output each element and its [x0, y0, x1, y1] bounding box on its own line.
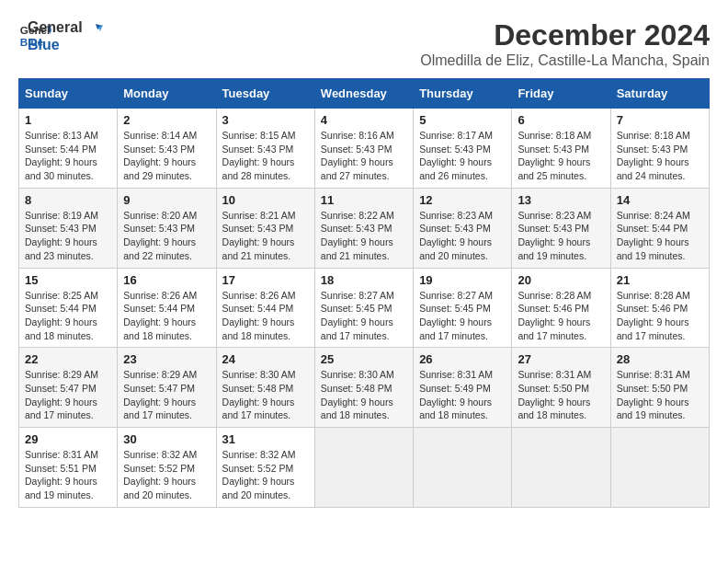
header-tuesday: Tuesday: [216, 79, 314, 109]
day-info: Sunrise: 8:29 AMSunset: 5:47 PMDaylight:…: [25, 368, 111, 422]
day-info: Sunrise: 8:24 AMSunset: 5:44 PMDaylight:…: [617, 209, 703, 263]
calendar-week-row: 1Sunrise: 8:13 AMSunset: 5:44 PMDaylight…: [19, 109, 710, 189]
title-section: December 2024 Olmedilla de Eliz, Castill…: [420, 18, 710, 69]
day-number: 28: [617, 352, 703, 366]
day-info: Sunrise: 8:28 AMSunset: 5:46 PMDaylight:…: [617, 289, 703, 343]
table-row: 11Sunrise: 8:22 AMSunset: 5:43 PMDayligh…: [314, 188, 413, 268]
calendar-header-row: Sunday Monday Tuesday Wednesday Thursday…: [19, 79, 710, 109]
day-number: 18: [321, 273, 407, 287]
day-number: 23: [123, 352, 210, 366]
day-info: Sunrise: 8:32 AMSunset: 5:52 PMDaylight:…: [123, 448, 210, 502]
header-saturday: Saturday: [610, 79, 709, 109]
logo-general: General: [28, 18, 103, 36]
table-row: 1Sunrise: 8:13 AMSunset: 5:44 PMDaylight…: [19, 109, 118, 189]
table-row: 10Sunrise: 8:21 AMSunset: 5:43 PMDayligh…: [216, 188, 314, 268]
table-row: 16Sunrise: 8:26 AMSunset: 5:44 PMDayligh…: [118, 268, 216, 348]
table-row: 21Sunrise: 8:28 AMSunset: 5:46 PMDayligh…: [610, 268, 709, 348]
table-row: 7Sunrise: 8:18 AMSunset: 5:43 PMDaylight…: [610, 109, 709, 189]
table-row: 29Sunrise: 8:31 AMSunset: 5:51 PMDayligh…: [19, 428, 118, 508]
day-number: 27: [518, 352, 604, 366]
day-info: Sunrise: 8:30 AMSunset: 5:48 PMDaylight:…: [321, 368, 407, 422]
day-number: 26: [419, 352, 506, 366]
header-monday: Monday: [118, 79, 216, 109]
header-sunday: Sunday: [19, 79, 118, 109]
table-row: 18Sunrise: 8:27 AMSunset: 5:45 PMDayligh…: [314, 268, 413, 348]
day-number: 24: [222, 352, 309, 366]
day-info: Sunrise: 8:31 AMSunset: 5:49 PMDaylight:…: [419, 368, 506, 422]
table-row: 31Sunrise: 8:32 AMSunset: 5:52 PMDayligh…: [216, 428, 314, 508]
day-info: Sunrise: 8:26 AMSunset: 5:44 PMDaylight:…: [123, 289, 210, 343]
table-row: 27Sunrise: 8:31 AMSunset: 5:50 PMDayligh…: [512, 348, 610, 428]
table-row: 14Sunrise: 8:24 AMSunset: 5:44 PMDayligh…: [610, 188, 709, 268]
table-row: 8Sunrise: 8:19 AMSunset: 5:43 PMDaylight…: [19, 188, 118, 268]
day-info: Sunrise: 8:27 AMSunset: 5:45 PMDaylight:…: [419, 289, 506, 343]
day-number: 30: [123, 432, 210, 446]
day-info: Sunrise: 8:27 AMSunset: 5:45 PMDaylight:…: [321, 289, 407, 343]
day-number: 3: [222, 113, 309, 127]
table-row: 19Sunrise: 8:27 AMSunset: 5:45 PMDayligh…: [414, 268, 512, 348]
day-info: Sunrise: 8:22 AMSunset: 5:43 PMDaylight:…: [321, 209, 407, 263]
day-info: Sunrise: 8:15 AMSunset: 5:43 PMDaylight:…: [222, 129, 309, 183]
day-info: Sunrise: 8:31 AMSunset: 5:50 PMDaylight:…: [518, 368, 604, 422]
day-info: Sunrise: 8:31 AMSunset: 5:51 PMDaylight:…: [25, 448, 111, 502]
calendar-table: Sunday Monday Tuesday Wednesday Thursday…: [18, 78, 710, 508]
table-row: 28Sunrise: 8:31 AMSunset: 5:50 PMDayligh…: [610, 348, 709, 428]
table-row: [610, 428, 709, 508]
day-info: Sunrise: 8:25 AMSunset: 5:44 PMDaylight:…: [25, 289, 111, 343]
day-info: Sunrise: 8:18 AMSunset: 5:43 PMDaylight:…: [518, 129, 604, 183]
table-row: 26Sunrise: 8:31 AMSunset: 5:49 PMDayligh…: [414, 348, 512, 428]
table-row: 9Sunrise: 8:20 AMSunset: 5:43 PMDaylight…: [118, 188, 216, 268]
calendar-week-row: 8Sunrise: 8:19 AMSunset: 5:43 PMDaylight…: [19, 188, 710, 268]
day-number: 25: [321, 352, 407, 366]
day-number: 16: [123, 273, 210, 287]
day-info: Sunrise: 8:14 AMSunset: 5:43 PMDaylight:…: [123, 129, 210, 183]
day-info: Sunrise: 8:32 AMSunset: 5:52 PMDaylight:…: [222, 448, 309, 502]
day-number: 4: [321, 113, 407, 127]
table-row: 30Sunrise: 8:32 AMSunset: 5:52 PMDayligh…: [118, 428, 216, 508]
calendar-week-row: 29Sunrise: 8:31 AMSunset: 5:51 PMDayligh…: [19, 428, 710, 508]
day-info: Sunrise: 8:30 AMSunset: 5:48 PMDaylight:…: [222, 368, 309, 422]
day-number: 17: [222, 273, 309, 287]
calendar-week-row: 15Sunrise: 8:25 AMSunset: 5:44 PMDayligh…: [19, 268, 710, 348]
day-info: Sunrise: 8:26 AMSunset: 5:44 PMDaylight:…: [222, 289, 309, 343]
table-row: [512, 428, 610, 508]
table-row: 20Sunrise: 8:28 AMSunset: 5:46 PMDayligh…: [512, 268, 610, 348]
logo-bird-icon: [86, 22, 103, 35]
day-number: 10: [222, 193, 309, 207]
day-info: Sunrise: 8:28 AMSunset: 5:46 PMDaylight:…: [518, 289, 604, 343]
header-thursday: Thursday: [414, 79, 512, 109]
table-row: 6Sunrise: 8:18 AMSunset: 5:43 PMDaylight…: [512, 109, 610, 189]
day-number: 6: [518, 113, 604, 127]
day-number: 11: [321, 193, 407, 207]
day-number: 31: [222, 432, 309, 446]
table-row: 13Sunrise: 8:23 AMSunset: 5:43 PMDayligh…: [512, 188, 610, 268]
day-info: Sunrise: 8:23 AMSunset: 5:43 PMDaylight:…: [518, 209, 604, 263]
table-row: 2Sunrise: 8:14 AMSunset: 5:43 PMDaylight…: [118, 109, 216, 189]
table-row: 15Sunrise: 8:25 AMSunset: 5:44 PMDayligh…: [19, 268, 118, 348]
day-number: 29: [25, 432, 111, 446]
day-info: Sunrise: 8:21 AMSunset: 5:43 PMDaylight:…: [222, 209, 309, 263]
day-number: 12: [419, 193, 506, 207]
day-number: 9: [123, 193, 210, 207]
page-header: General Blue General Blue December 2024 …: [18, 18, 710, 69]
day-info: Sunrise: 8:17 AMSunset: 5:43 PMDaylight:…: [419, 129, 506, 183]
day-number: 8: [25, 193, 111, 207]
table-row: 5Sunrise: 8:17 AMSunset: 5:43 PMDaylight…: [414, 109, 512, 189]
day-info: Sunrise: 8:31 AMSunset: 5:50 PMDaylight:…: [617, 368, 703, 422]
table-row: 23Sunrise: 8:29 AMSunset: 5:47 PMDayligh…: [118, 348, 216, 428]
table-row: 24Sunrise: 8:30 AMSunset: 5:48 PMDayligh…: [216, 348, 314, 428]
header-friday: Friday: [512, 79, 610, 109]
table-row: 25Sunrise: 8:30 AMSunset: 5:48 PMDayligh…: [314, 348, 413, 428]
day-number: 20: [518, 273, 604, 287]
table-row: [414, 428, 512, 508]
table-row: 12Sunrise: 8:23 AMSunset: 5:43 PMDayligh…: [414, 188, 512, 268]
day-info: Sunrise: 8:16 AMSunset: 5:43 PMDaylight:…: [321, 129, 407, 183]
day-number: 15: [25, 273, 111, 287]
table-row: 17Sunrise: 8:26 AMSunset: 5:44 PMDayligh…: [216, 268, 314, 348]
day-number: 13: [518, 193, 604, 207]
day-info: Sunrise: 8:18 AMSunset: 5:43 PMDaylight:…: [617, 129, 703, 183]
calendar-title: December 2024: [420, 18, 710, 52]
day-number: 14: [617, 193, 703, 207]
day-number: 5: [419, 113, 506, 127]
logo-blue: Blue: [28, 36, 103, 53]
